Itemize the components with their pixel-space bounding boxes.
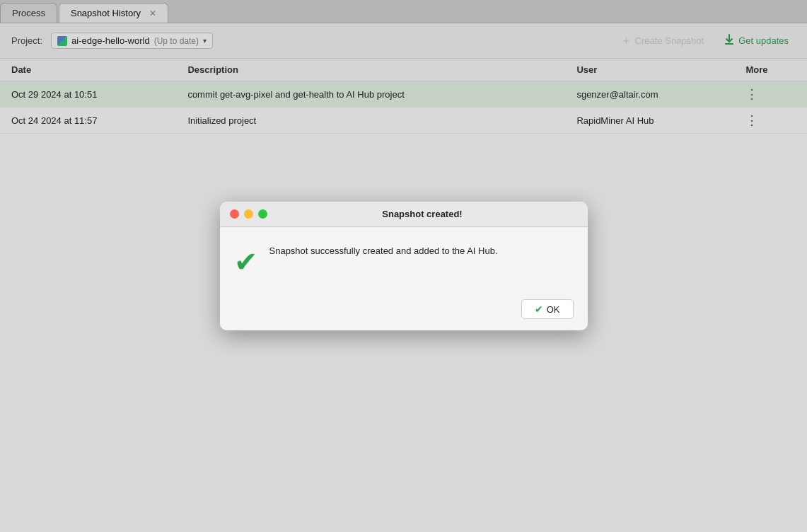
dialog-body: ✔ Snapshot successfully created and adde… [220, 227, 588, 292]
modal-overlay: Snapshot created! ✔ Snapshot successfull… [0, 0, 807, 532]
window-minimize-button[interactable] [244, 209, 253, 219]
ok-check-icon: ✔ [535, 303, 543, 315]
window-close-button[interactable] [230, 209, 239, 219]
dialog-message: Snapshot successfully created and added … [269, 244, 574, 258]
ok-button[interactable]: ✔ OK [521, 299, 574, 319]
ok-label: OK [547, 304, 560, 315]
dialog-title: Snapshot created! [267, 209, 578, 219]
dialog-footer: ✔ OK [220, 292, 588, 330]
window-maximize-button[interactable] [258, 209, 267, 219]
success-checkmark-icon: ✔ [234, 245, 258, 278]
dialog-titlebar: Snapshot created! [220, 202, 588, 227]
window-controls [230, 209, 267, 219]
snapshot-created-dialog: Snapshot created! ✔ Snapshot successfull… [220, 202, 588, 330]
